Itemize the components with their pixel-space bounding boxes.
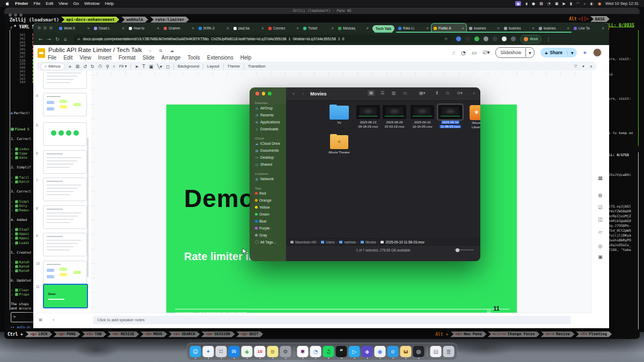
slideshow-button[interactable]: Slideshow▼ (495, 47, 534, 58)
hint-ctrl-pane[interactable]: <p>PANE (53, 331, 80, 337)
path-segment-0[interactable]: Macintosh HD (290, 240, 317, 244)
address-bar[interactable]: ⇄ docs.google.com/presentation/d/1ILY2B7… (73, 35, 452, 43)
menubar-item-go[interactable]: Go (73, 1, 79, 6)
wifi-icon[interactable]: ◠ (576, 2, 580, 6)
slides-menu-slide[interactable]: Slide (143, 55, 155, 61)
sidebar-item-applications[interactable]: ⊞Applications (255, 120, 280, 124)
close-tab-icon[interactable]: ✕ (296, 26, 299, 30)
gallery-view-icon[interactable]: ▭ (403, 91, 407, 95)
tasks-panel-icon[interactable]: ☑ (596, 204, 604, 212)
reload-icon[interactable]: ↻ (55, 36, 60, 42)
filmstrip-slide-10[interactable] (43, 261, 87, 284)
browser-tab-work-it[interactable]: Work It✕ (57, 24, 92, 33)
slides-menu-insert[interactable]: Insert (98, 55, 112, 61)
zoom-fit-select[interactable]: Fit ▾ (119, 64, 127, 69)
dock-app-finder[interactable]: ☺ (190, 346, 201, 357)
new-slide-icon[interactable]: ⊞ (76, 64, 79, 69)
filmstrip-slide-9[interactable] (43, 233, 87, 256)
zellij-tab-api-docs-enhancement[interactable]: api-docs-enhancement (61, 17, 119, 23)
toolbar-theme-button[interactable]: Theme (228, 64, 240, 69)
insert-shape-icon[interactable]: ◻ (166, 64, 170, 69)
drive-panel-icon[interactable]: ▱ (596, 228, 604, 236)
extension-icon[interactable] (511, 36, 516, 41)
file-2025-08-29-15-53-19-mov[interactable]: 2025-08-2915-53-19.mov (381, 105, 408, 129)
group-by-icon[interactable]: ▦▾ (419, 91, 426, 95)
toolbar-layout-button[interactable]: Layout (207, 64, 219, 69)
sidebar-item-shared[interactable]: ◫Shared (255, 162, 272, 166)
collapse-toolbar-icon[interactable]: ∧ (590, 64, 592, 69)
hint-ctrl-move[interactable]: <h>MOVE (140, 331, 167, 337)
browser-traffic-lights[interactable] (38, 23, 53, 33)
file-tv[interactable]: TV (326, 105, 353, 125)
print-icon[interactable]: ⎙ (98, 63, 102, 69)
browser-tab-ticket[interactable]: Ticket✕ (301, 24, 336, 33)
record-panel-icon[interactable]: ◎ (596, 242, 604, 250)
sidebar-item-all-tags-[interactable]: All Tags… (255, 240, 276, 244)
menubar-item-edit[interactable]: Edit (46, 1, 53, 6)
close-icon[interactable] (255, 92, 259, 95)
doc-title-icons[interactable]: ☆ ⧉ ☁ (148, 48, 177, 54)
browser-tab-how-to[interactable]: How to✕ (127, 24, 162, 33)
dock-app-vscode[interactable]: ⟨⟩ (387, 346, 399, 357)
close-tab-icon[interactable]: ✕ (497, 26, 500, 30)
dock-app-notes[interactable]: ≡ (267, 346, 279, 357)
minimize-icon[interactable] (43, 26, 47, 29)
apple-icon[interactable] (5, 1, 10, 6)
filmstrip-slide-7[interactable] (43, 178, 87, 201)
dock-app-mail[interactable]: ✉ (229, 346, 240, 357)
slides-menu-view[interactable]: View (79, 55, 91, 61)
dock-app-maps[interactable]: ◈ (241, 346, 253, 357)
select-cursor-icon[interactable]: ➤ (135, 64, 138, 69)
history-icon[interactable]: ◔ (461, 50, 466, 56)
sidebar-item-desktop[interactable]: ▭Desktop (255, 156, 274, 159)
menus-search-pill[interactable]: ⌕Menus (41, 63, 64, 70)
meet-icon[interactable]: ⎚▾ (482, 49, 489, 56)
dock-app-obsidian[interactable]: ◆ (362, 346, 373, 357)
extension-icon[interactable] (484, 36, 488, 41)
minimize-icon[interactable] (262, 92, 266, 95)
more-actions-icon[interactable]: ⊙▾ (457, 91, 463, 95)
share-icon[interactable]: ⬆ (435, 91, 439, 95)
slides-menu-arrange[interactable]: Arrange (162, 55, 181, 61)
url-text[interactable]: docs.google.com/presentation/d/1ILY2B7kB… (83, 37, 441, 41)
hint-ctrl-lock[interactable]: <g>LOCK (25, 331, 53, 337)
browser-tab-dead-l[interactable]: Dead L✕ (92, 24, 127, 33)
bookmark-star-icon[interactable]: ☆ (444, 36, 448, 41)
browser-tab-live-ta[interactable]: Live Ta✕ (572, 24, 606, 33)
dock-app-safari[interactable]: ✦ (203, 346, 214, 357)
sidebar-item-red[interactable]: Red (255, 191, 266, 195)
sidebar-item-downloads[interactable]: ↓Downloads (255, 127, 279, 131)
ghost-icon[interactable]: ◖ (525, 2, 528, 6)
account-avatar[interactable] (593, 48, 602, 57)
hint-alt-resize[interactable]: <+->Resize (540, 331, 574, 337)
collapse-filmstrip-icon[interactable]: ‹ (53, 317, 54, 322)
dock-app-clock-check-app[interactable]: ◔ (310, 346, 321, 357)
spotlight-icon[interactable]: ⌕ (584, 2, 586, 6)
comment-mode-icon[interactable]: ▽ (574, 64, 577, 69)
plus-icon[interactable]: + (68, 64, 72, 69)
redo-icon[interactable]: ↻ (91, 64, 94, 69)
sidebar-item-yellow[interactable]: Yellow (255, 205, 269, 209)
sidebar-item-recents[interactable]: ◔Recents (255, 113, 274, 117)
icon-size-slider[interactable] (455, 249, 474, 250)
hint-ctrl-quit[interactable]: <q>QUIT (236, 331, 264, 337)
zoom-icon[interactable] (49, 26, 53, 29)
slides-menu-help[interactable]: Help (240, 55, 252, 61)
icon-view-icon[interactable]: ⊞ (368, 90, 375, 96)
tab-group-tech-talk[interactable]: Tech Talk (372, 25, 394, 32)
close-tab-icon[interactable]: ✕ (462, 26, 464, 30)
close-icon[interactable] (38, 26, 41, 29)
home-icon[interactable]: ⌂ (64, 36, 67, 42)
tag-icon[interactable]: ◇ (446, 91, 449, 95)
battery-icon[interactable]: ▮ (570, 2, 572, 6)
dock-app-quote-app[interactable]: “ (336, 346, 347, 357)
grid-view-icon[interactable]: ⊞ (39, 317, 42, 322)
dock-app-telegram[interactable]: ▷ (349, 346, 360, 357)
close-tab-icon[interactable]: ✕ (192, 26, 194, 30)
close-tab-icon[interactable]: ✕ (261, 26, 264, 30)
keyboard-icon[interactable]: ▤ (539, 2, 543, 6)
insert-image-icon[interactable]: ▣ (149, 64, 153, 69)
back-icon[interactable]: ‹ (292, 91, 295, 97)
browser-tab-messag[interactable]: Messag✕ (336, 24, 371, 33)
close-tab-icon[interactable]: ✕ (567, 26, 569, 30)
